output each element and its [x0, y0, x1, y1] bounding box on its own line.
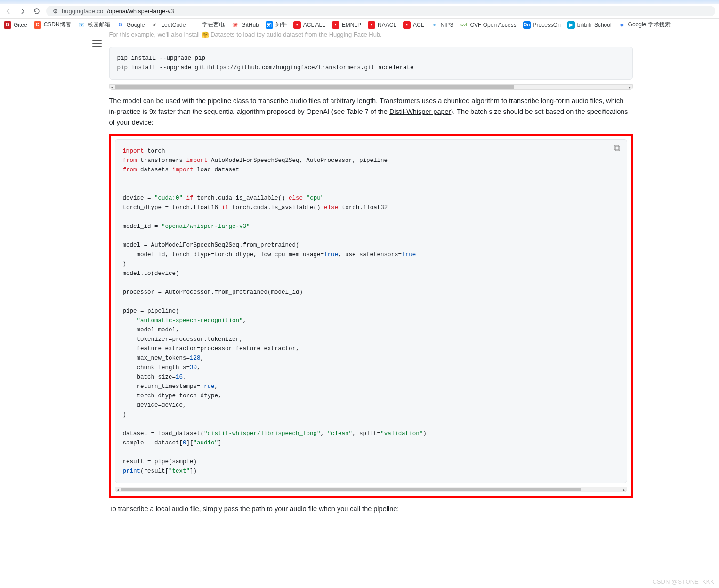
bookmark-item[interactable]: 知知乎	[266, 21, 287, 29]
bookmark-item[interactable]: GGoogle	[117, 21, 145, 29]
bookmark-favicon: 📧	[78, 21, 85, 29]
bookmark-favicon: ✓	[151, 21, 159, 29]
bookmark-item[interactable]: cvfCVF Open Access	[460, 21, 516, 29]
code-text: pip install --upgrade pip pip install --…	[117, 54, 625, 72]
bookmark-favicon: ◆	[618, 21, 626, 29]
menu-icon[interactable]	[92, 40, 102, 47]
forward-button[interactable]	[18, 7, 27, 16]
bookmark-label: ACL	[413, 22, 424, 28]
bookmark-favicon: On	[523, 21, 531, 29]
bookmark-item[interactable]: ◆Google 学术搜索	[618, 21, 671, 29]
url-path: /openai/whisper-large-v3	[107, 8, 174, 15]
url-host: huggingface.co	[62, 8, 103, 15]
bookmark-label: EMNLP	[342, 22, 361, 28]
bookmark-favicon: C	[34, 21, 41, 29]
svg-rect-1	[614, 145, 619, 150]
paragraph-final: To transcribe a local audio file, simply…	[109, 504, 633, 515]
bookmark-favicon: ●	[430, 21, 438, 29]
code-text-main: import torch from transformers import Au…	[123, 146, 619, 476]
bookmark-label: bilibili_School	[577, 22, 612, 28]
svg-rect-0	[615, 146, 620, 151]
bookmark-item[interactable]: 🐙GitHub	[231, 21, 259, 29]
bookmark-item[interactable]: ●NIPS	[430, 21, 453, 29]
bookmark-label: ProcessOn	[533, 22, 561, 28]
code-scrollbar[interactable]	[109, 84, 633, 90]
bookmark-favicon: 知	[266, 21, 273, 29]
paragraph-pipeline: The model can be used with the pipeline …	[109, 96, 633, 129]
bookmark-item[interactable]: ▪NAACL	[368, 21, 396, 29]
code-block-install: pip install --upgrade pip pip install --…	[109, 47, 633, 80]
pipeline-link[interactable]: pipeline	[208, 97, 231, 105]
bookmark-label: Google 学术搜索	[628, 21, 671, 29]
bookmark-favicon: 🐙	[231, 21, 239, 29]
bookmark-item[interactable]: ▪EMNLP	[332, 21, 361, 29]
bookmark-item[interactable]: ▪ACL ALL	[293, 21, 325, 29]
bookmark-item[interactable]: CCSDN博客	[34, 21, 71, 29]
code-scrollbar-2[interactable]	[115, 487, 627, 492]
bookmark-label: NIPS	[440, 22, 453, 28]
bookmark-favicon: ▪	[368, 21, 375, 29]
bookmarks-bar: GGiteeCCSDN博客📧校园邮箱GGoogle✓LeetCode学学在西电🐙…	[0, 19, 719, 31]
bookmark-label: 学在西电	[202, 21, 225, 29]
bookmark-label: ACL ALL	[303, 22, 325, 28]
bookmark-label: Gitee	[14, 22, 27, 28]
reload-button[interactable]	[32, 7, 41, 16]
sidebar-column	[87, 31, 109, 540]
highlighted-region: import torch from transformers import Au…	[109, 134, 633, 498]
bookmark-item[interactable]: ▶bilibili_School	[567, 21, 612, 29]
bookmark-label: NAACL	[378, 22, 396, 28]
bookmark-item[interactable]: OnProcessOn	[523, 21, 561, 29]
bookmark-item[interactable]: ▪ACL	[403, 21, 424, 29]
main-content: For this example, we'll also install 🤗 D…	[109, 31, 633, 540]
bookmark-label: CSDN博客	[44, 21, 71, 29]
bookmark-favicon: 学	[192, 21, 200, 29]
bookmark-favicon: ▶	[567, 21, 575, 29]
bookmark-favicon: cvf	[460, 21, 468, 29]
bookmark-favicon: ▪	[403, 21, 411, 29]
bookmark-label: LeetCode	[161, 22, 186, 28]
bookmark-label: CVF Open Access	[470, 22, 516, 28]
bookmark-item[interactable]: ✓LeetCode	[151, 21, 186, 29]
bookmark-favicon: ▪	[332, 21, 339, 29]
tab-strip	[0, 0, 719, 4]
partial-text: For this example, we'll also install 🤗 D…	[109, 30, 633, 40]
bookmark-label: 知乎	[275, 21, 287, 29]
bookmark-item[interactable]: 学学在西电	[192, 21, 225, 29]
site-info-icon[interactable]: ⚙	[53, 8, 58, 15]
copy-icon[interactable]	[614, 145, 622, 153]
bookmark-label: Google	[127, 22, 145, 28]
bookmark-favicon: ▪	[293, 21, 301, 29]
bookmark-label: 校园邮箱	[88, 21, 110, 29]
bookmark-favicon: G	[117, 21, 124, 29]
bookmark-label: GitHub	[241, 22, 259, 28]
code-block-main: import torch from transformers import Au…	[115, 139, 627, 483]
back-button[interactable]	[4, 7, 13, 16]
url-field[interactable]: ⚙ huggingface.co/openai/whisper-large-v3	[46, 6, 715, 16]
url-bar-row: ⚙ huggingface.co/openai/whisper-large-v3	[0, 4, 719, 19]
distil-whisper-link[interactable]: Distil-Whisper paper	[389, 108, 451, 115]
bookmark-favicon: G	[4, 21, 11, 29]
bookmark-item[interactable]: 📧校园邮箱	[78, 21, 110, 29]
bookmark-item[interactable]: GGitee	[4, 21, 27, 29]
